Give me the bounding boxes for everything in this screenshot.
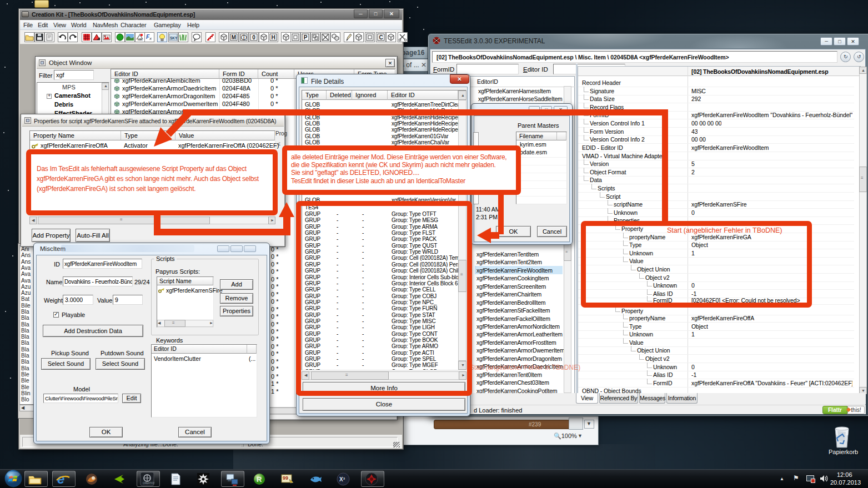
- svg-text:SKY: SKY: [170, 36, 178, 40]
- svg-text:R: R: [257, 475, 262, 484]
- svg-text:M: M: [232, 34, 236, 41]
- svg-text:ⓘ: ⓘ: [241, 34, 247, 41]
- svg-text:99: 99: [283, 475, 288, 481]
- svg-text:x: x: [149, 36, 152, 41]
- svg-text:0: 0: [252, 34, 255, 41]
- svg-text:HK: HK: [138, 38, 143, 41]
- svg-text:C: C: [379, 34, 383, 41]
- svg-text:H: H: [271, 34, 275, 41]
- svg-text:CREATION: CREATION: [143, 482, 154, 485]
- svg-text:P: P: [304, 34, 308, 41]
- svg-text:X³: X³: [339, 476, 345, 482]
